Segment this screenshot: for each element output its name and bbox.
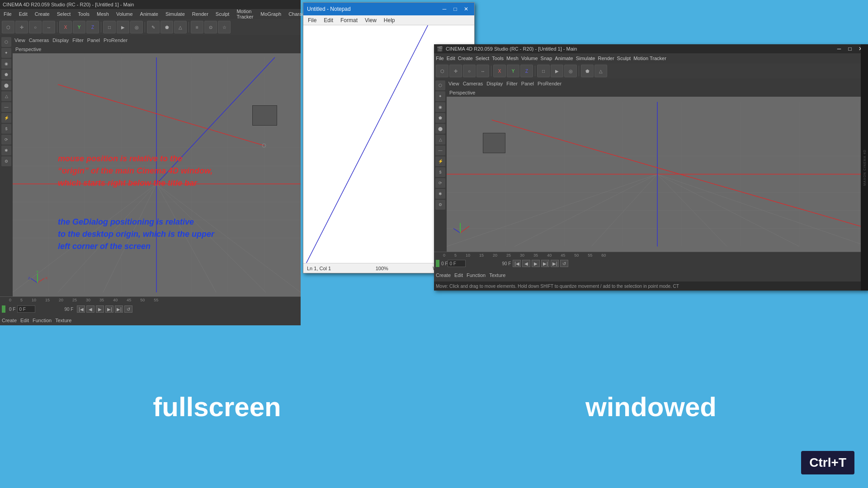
menu-select[interactable]: Select <box>55 10 73 18</box>
left-icon-7[interactable]: — <box>1 102 11 112</box>
c4d-win-vtab-panel[interactable]: Panel <box>521 81 534 86</box>
c4d-win-menu-motiontracker[interactable]: Motion Tracker <box>633 56 666 61</box>
c4d-win-3d-viewport[interactable] <box>447 97 868 252</box>
vtab-prorender[interactable]: ProRender <box>104 38 127 43</box>
c4d-win-li-8[interactable]: ⚡ <box>435 156 445 166</box>
c4d-bottom-toolbar[interactable]: Create Edit Function Texture <box>0 315 301 325</box>
play-prev-frame[interactable]: ◀ <box>86 305 94 313</box>
c4d-win-tb-6[interactable]: ▶ <box>551 65 563 77</box>
left-icon-9[interactable]: $ <box>1 124 11 134</box>
left-icon-3[interactable]: ◉ <box>1 59 11 69</box>
toolbar-icon-6[interactable]: ▶ <box>117 21 129 33</box>
menu-tools[interactable]: Tools <box>76 10 91 18</box>
c4d-win-vtab-cameras[interactable]: Cameras <box>463 81 483 86</box>
toolbar-icon-5[interactable]: □ <box>103 21 116 33</box>
vtab-filter[interactable]: Filter <box>72 38 83 43</box>
toolbar-icon-4[interactable]: ↔ <box>42 21 55 33</box>
notepad-maximize-btn[interactable]: □ <box>451 5 460 13</box>
left-icon-10[interactable]: ⟳ <box>1 135 11 145</box>
notepad-menu-view[interactable]: View <box>362 16 379 24</box>
c4d-win-tb-8[interactable]: ⬟ <box>581 65 594 77</box>
c4d-win-play-btn[interactable]: ▶ <box>532 260 540 267</box>
c4d-win-menu-sculpt[interactable]: Sculpt <box>617 56 631 61</box>
c4d-win-menu-animate[interactable]: Animate <box>555 56 573 61</box>
c4d-win-tb-1[interactable]: ⬡ <box>436 65 448 77</box>
c4d-win-li-1[interactable]: ⬡ <box>435 80 445 90</box>
c4d-win-tb-2[interactable]: ✛ <box>449 65 462 77</box>
c4d-win-tb-5[interactable]: □ <box>537 65 550 77</box>
c4d-win-minimize[interactable]: ─ <box>835 45 844 53</box>
c4d-win-vtab-view[interactable]: View <box>448 81 459 86</box>
play-button[interactable]: ▶ <box>96 305 104 313</box>
play-to-start[interactable]: |◀ <box>77 305 85 313</box>
c4d-win-vtab-prorender[interactable]: ProRender <box>538 81 561 86</box>
c4d-win-menubar[interactable]: File Edit Create Select Tools Mesh Volum… <box>434 53 868 63</box>
c4d-win-menu-mesh[interactable]: Mesh <box>506 56 519 61</box>
notepad-menu-format[interactable]: Format <box>338 16 360 24</box>
toolbar-icon-7[interactable]: ◎ <box>130 21 143 33</box>
toolbar-icon-9[interactable]: ⬟ <box>160 21 173 33</box>
vtab-display[interactable]: Display <box>52 38 69 43</box>
left-icon-4[interactable]: ⬟ <box>1 70 11 80</box>
c4d-win-timeline[interactable]: 0 F 90 F |◀ ◀ ▶ ▶| ▶| ↺ <box>434 258 868 269</box>
c4d-win-play-end[interactable]: ▶| <box>551 260 559 267</box>
c4d-win-menu-file[interactable]: File <box>436 56 444 61</box>
notepad-minimize-btn[interactable]: ─ <box>440 5 449 13</box>
c4d-win-menu-simulate[interactable]: Simulate <box>576 56 595 61</box>
menu-mograph[interactable]: MoGraph <box>259 10 283 18</box>
left-icon-12[interactable]: ⚙ <box>1 156 11 166</box>
notepad-menu-edit[interactable]: Edit <box>321 16 336 24</box>
c4d-win-tb-7[interactable]: ◎ <box>564 65 577 77</box>
bottom-texture[interactable]: Texture <box>55 318 71 323</box>
loop-button[interactable]: ↺ <box>124 305 132 313</box>
notepad-menu-file[interactable]: File <box>305 16 319 24</box>
c4d-win-li-7[interactable]: — <box>435 145 445 155</box>
c4d-win-li-4[interactable]: ⬟ <box>435 113 445 123</box>
c4d-win-li-11[interactable]: ✱ <box>435 189 445 199</box>
c4d-win-menu-render[interactable]: Render <box>598 56 614 61</box>
menu-sculpt[interactable]: Sculpt <box>214 10 231 18</box>
c4d-win-view-tabs[interactable]: View Cameras Display Filter Panel ProRen… <box>447 79 868 89</box>
left-icon-1[interactable]: ⬡ <box>1 37 11 47</box>
c4d-win-li-9[interactable]: $ <box>435 167 445 177</box>
c4d-win-vtab-display[interactable]: Display <box>486 81 503 86</box>
viewport-tabs[interactable]: View Cameras Display Filter Panel ProRen… <box>13 35 301 45</box>
c4d-win-texture-btn[interactable]: Texture <box>489 272 505 278</box>
c4d-win-li-6[interactable]: △ <box>435 135 445 145</box>
toolbar-icon-3[interactable]: ○ <box>29 21 42 33</box>
c4d-win-menu-create[interactable]: Create <box>458 56 473 61</box>
notepad-win-controls[interactable]: ─ □ ✕ <box>440 5 471 13</box>
c4d-timeline[interactable]: 0 F 90 F |◀ ◀ ▶ ▶| ▶| ↺ <box>0 303 301 315</box>
toolbar-icon-1[interactable]: ⬡ <box>2 21 14 33</box>
c4d-win-edit-btn[interactable]: Edit <box>454 272 463 278</box>
c4d-win-menu-tools[interactable]: Tools <box>492 56 504 61</box>
c4d-win-menu-snap[interactable]: Snap <box>541 56 552 61</box>
c4d-win-play-next[interactable]: ▶| <box>541 260 549 267</box>
c4d-win-function-btn[interactable]: Function <box>467 272 486 278</box>
vtab-cameras[interactable]: Cameras <box>29 38 49 43</box>
c4d-win-loop-btn[interactable]: ↺ <box>560 260 568 267</box>
bottom-create[interactable]: Create <box>2 318 17 323</box>
c4d-win-frame-input[interactable] <box>448 260 466 267</box>
c4d-win-play-prev[interactable]: ◀ <box>522 260 530 267</box>
c4d-win-li-3[interactable]: ◉ <box>435 102 445 112</box>
c4d-win-vtab-filter[interactable]: Filter <box>506 81 517 86</box>
toolbar-icon-z[interactable]: Z <box>86 21 99 33</box>
menu-file[interactable]: File <box>2 10 14 18</box>
toolbar-icon-8[interactable]: ✎ <box>147 21 160 33</box>
left-icon-5[interactable]: ⬤ <box>1 80 11 90</box>
c4d-win-tb-x[interactable]: X <box>493 65 506 77</box>
toolbar-icon-10[interactable]: △ <box>174 21 187 33</box>
menu-render[interactable]: Render <box>190 10 210 18</box>
c4d-win-tb-3[interactable]: ○ <box>463 65 476 77</box>
notepad-close-btn[interactable]: ✕ <box>462 5 471 13</box>
bottom-function[interactable]: Function <box>33 318 52 323</box>
left-icon-11[interactable]: ✱ <box>1 145 11 155</box>
c4d-win-li-5[interactable]: ⬤ <box>435 124 445 134</box>
play-next-frame[interactable]: ▶| <box>105 305 113 313</box>
menu-simulate[interactable]: Simulate <box>164 10 187 18</box>
c4d-win-play-start[interactable]: |◀ <box>513 260 521 267</box>
c4d-win-tb-y[interactable]: Y <box>507 65 519 77</box>
c4d-win-li-12[interactable]: ⚙ <box>435 200 445 210</box>
c4d-win-tb-4[interactable]: ↔ <box>476 65 489 77</box>
